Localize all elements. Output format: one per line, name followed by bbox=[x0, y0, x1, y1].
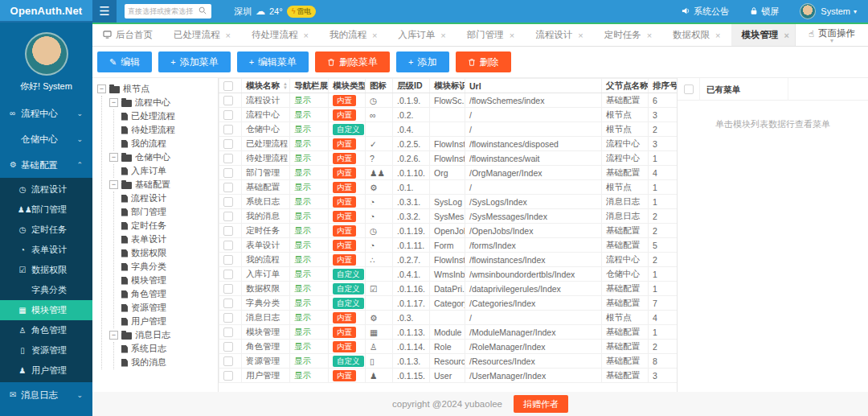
tree-node-角色管理[interactable]: 角色管理 bbox=[121, 287, 213, 301]
添加菜单-button[interactable]: +添加菜单 bbox=[158, 51, 230, 72]
row-checkbox[interactable] bbox=[223, 125, 233, 134]
tab-close-icon[interactable]: × bbox=[372, 31, 377, 40]
sidebar-item-流程中心[interactable]: ∞流程中心⌄ bbox=[0, 101, 92, 126]
menu-toggle-button[interactable]: ☰ bbox=[92, 0, 117, 23]
sidebar-item-定时任务[interactable]: ◷定时任务 bbox=[0, 220, 92, 240]
collapse-icon[interactable]: − bbox=[97, 84, 106, 93]
table-row[interactable]: 消息日志显示内置⚙.0.3./根节点4 bbox=[219, 311, 678, 325]
tree-node-根节点[interactable]: −根节点 bbox=[97, 82, 213, 96]
row-checkbox[interactable] bbox=[223, 212, 233, 221]
row-checkbox[interactable] bbox=[223, 313, 233, 323]
select-all-menus-checkbox[interactable] bbox=[684, 84, 694, 94]
table-row[interactable]: 流程中心显示内置∞.0.2./根节点3 bbox=[219, 108, 678, 122]
select-all-checkbox[interactable] bbox=[223, 81, 233, 91]
sidebar-item-模块管理[interactable]: ▦模块管理 bbox=[0, 300, 92, 320]
tree-node-基础配置[interactable]: −基础配置 bbox=[109, 178, 213, 192]
tree-node-表单设计[interactable]: 表单设计 bbox=[121, 233, 213, 246]
table-row[interactable]: 基础配置显示内置⚙.0.1./根节点1 bbox=[219, 180, 678, 195]
tab-close-icon[interactable]: × bbox=[510, 31, 514, 40]
tab-定时任务[interactable]: 定时任务× bbox=[594, 24, 662, 46]
user-dropdown[interactable]: System ▾ bbox=[821, 6, 857, 16]
collapse-icon[interactable]: − bbox=[109, 98, 118, 107]
sidebar-item-消息日志[interactable]: ✉消息日志⌄ bbox=[0, 382, 92, 408]
table-row[interactable]: 我的消息显示内置◔.0.3.2.SysMes.../SysMessages/In… bbox=[219, 209, 678, 224]
table-row[interactable]: 系统日志显示内置◔.0.3.1.SysLog/SysLogs/Index消息日志… bbox=[219, 195, 678, 209]
sidebar-item-仓储中心[interactable]: 仓储中心⌄ bbox=[0, 126, 92, 152]
avatar[interactable] bbox=[800, 3, 816, 19]
编辑-button[interactable]: ✎编辑 bbox=[97, 51, 152, 72]
table-row[interactable]: 模块管理显示内置▦.0.1.13.Module/ModuleManager/In… bbox=[219, 325, 678, 340]
tab-待处理流程[interactable]: 待处理流程× bbox=[241, 24, 319, 46]
table-row[interactable]: 资源管理显示自定义▯.0.1.3.Resource/Resources/Inde… bbox=[219, 354, 678, 369]
table-row[interactable]: 角色管理显示内置♙.0.1.14.Role/RoleManager/Index基… bbox=[219, 340, 678, 354]
row-checkbox[interactable] bbox=[223, 284, 233, 294]
tree-node-系统日志[interactable]: 系统日志 bbox=[121, 342, 213, 356]
sidebar-item-基础配置[interactable]: ⚙基础配置⌃ bbox=[0, 152, 92, 178]
sidebar-item-表单设计[interactable]: ◔表单设计 bbox=[0, 240, 92, 260]
tab-close-icon[interactable]: × bbox=[226, 31, 231, 40]
row-checkbox[interactable] bbox=[223, 371, 233, 381]
table-row[interactable]: 待处理流程显示内置?.0.2.6.FlowInst.../flowinstanc… bbox=[219, 151, 678, 166]
table-row[interactable]: 我的流程显示内置∴.0.2.7.FlowInst.../flowinstance… bbox=[219, 253, 678, 267]
tree-node-仓储中心[interactable]: −仓储中心 bbox=[109, 150, 213, 164]
collapse-icon[interactable]: − bbox=[109, 180, 118, 189]
table-row[interactable]: 部门管理显示内置♟♟.0.1.10.Org/OrgManager/Index基础… bbox=[219, 166, 678, 180]
collapse-icon[interactable]: − bbox=[109, 331, 118, 340]
tree-node-用户管理[interactable]: 用户管理 bbox=[121, 315, 213, 328]
row-checkbox[interactable] bbox=[223, 168, 233, 178]
announcement-link[interactable]: 系统公告 bbox=[682, 6, 729, 18]
row-checkbox[interactable] bbox=[223, 342, 233, 352]
tree-node-流程设计[interactable]: 流程设计 bbox=[121, 192, 213, 205]
tab-入库订单[interactable]: 入库订单× bbox=[387, 24, 456, 46]
table-row[interactable]: 入库订单显示自定义.0.4.1.WmsInb.../wmsinboundorde… bbox=[219, 267, 678, 282]
tab-close-icon[interactable]: × bbox=[440, 31, 445, 40]
tree-node-入库订单[interactable]: 入库订单 bbox=[121, 164, 213, 178]
添加-button[interactable]: +添加 bbox=[396, 51, 448, 72]
tree-node-部门管理[interactable]: 部门管理 bbox=[121, 205, 213, 219]
row-checkbox[interactable] bbox=[223, 96, 233, 105]
tab-close-icon[interactable]: × bbox=[715, 31, 720, 40]
row-checkbox[interactable] bbox=[223, 270, 233, 279]
row-checkbox[interactable] bbox=[223, 183, 233, 192]
sort-icon[interactable]: ▲▼ bbox=[283, 82, 288, 90]
row-checkbox[interactable] bbox=[223, 241, 233, 250]
table-row[interactable]: 流程设计显示内置◷.0.1.9.FlowSc.../flowSchemes/in… bbox=[219, 93, 678, 108]
tree-node-消息日志[interactable]: −消息日志 bbox=[109, 328, 213, 342]
tree-node-我的消息[interactable]: 我的消息 bbox=[121, 356, 213, 369]
tab-close-icon[interactable]: × bbox=[784, 31, 789, 40]
tree-node-字典分类[interactable]: 字典分类 bbox=[121, 260, 213, 274]
table-row[interactable]: 定时任务显示内置◷.0.1.19.OpenJob/OpenJobs/Index基… bbox=[219, 224, 678, 238]
sidebar-item-字典分类[interactable]: 字典分类 bbox=[0, 280, 92, 300]
tree-node-数据权限[interactable]: 数据权限 bbox=[121, 246, 213, 260]
row-checkbox[interactable] bbox=[223, 197, 233, 207]
tree-node-已处理流程[interactable]: 已处理流程 bbox=[121, 109, 213, 123]
table-row[interactable]: 字典分类显示自定义.0.1.17.Category/Categories/Ind… bbox=[219, 296, 678, 311]
tree-node-模块管理[interactable]: 模块管理 bbox=[121, 274, 213, 287]
tab-close-icon[interactable]: × bbox=[303, 31, 308, 40]
donate-button[interactable]: 捐赠作者 bbox=[514, 395, 568, 413]
row-checkbox[interactable] bbox=[223, 226, 233, 236]
page-actions-button[interactable]: ☝ 页面操作 ▾ bbox=[795, 24, 868, 46]
tree-node-资源管理[interactable]: 资源管理 bbox=[121, 301, 213, 315]
avatar[interactable] bbox=[25, 32, 68, 76]
tab-已处理流程[interactable]: 已处理流程× bbox=[163, 24, 241, 46]
tree-node-待处理流程[interactable]: 待处理流程 bbox=[121, 123, 213, 137]
table-row[interactable]: 数据权限显示自定义☑.0.1.16.DataPri.../dataprivile… bbox=[219, 282, 678, 296]
lock-screen-link[interactable]: 锁屏 bbox=[750, 6, 779, 18]
tab-close-icon[interactable]: × bbox=[647, 31, 652, 40]
tab-我的流程[interactable]: 我的流程× bbox=[319, 24, 387, 46]
tab-部门管理[interactable]: 部门管理× bbox=[457, 24, 525, 46]
row-checkbox[interactable] bbox=[223, 299, 233, 308]
tab-数据权限[interactable]: 数据权限× bbox=[662, 24, 731, 46]
collapse-icon[interactable]: − bbox=[109, 153, 118, 162]
sidebar-item-数据权限[interactable]: ☑数据权限 bbox=[0, 260, 92, 280]
row-checkbox[interactable] bbox=[223, 356, 233, 366]
删除菜单-button[interactable]: 删除菜单 bbox=[315, 51, 390, 72]
row-checkbox[interactable] bbox=[223, 327, 233, 337]
table-row[interactable]: 已处理流程显示内置✓.0.2.5.FlowInst.../flowinstanc… bbox=[219, 137, 678, 151]
tab-流程设计[interactable]: 流程设计× bbox=[525, 24, 593, 46]
sidebar-item-部门管理[interactable]: ♟♟部门管理 bbox=[0, 200, 92, 220]
row-checkbox[interactable] bbox=[223, 139, 233, 149]
删除-button[interactable]: 删除 bbox=[456, 51, 511, 72]
row-checkbox[interactable] bbox=[223, 154, 233, 163]
